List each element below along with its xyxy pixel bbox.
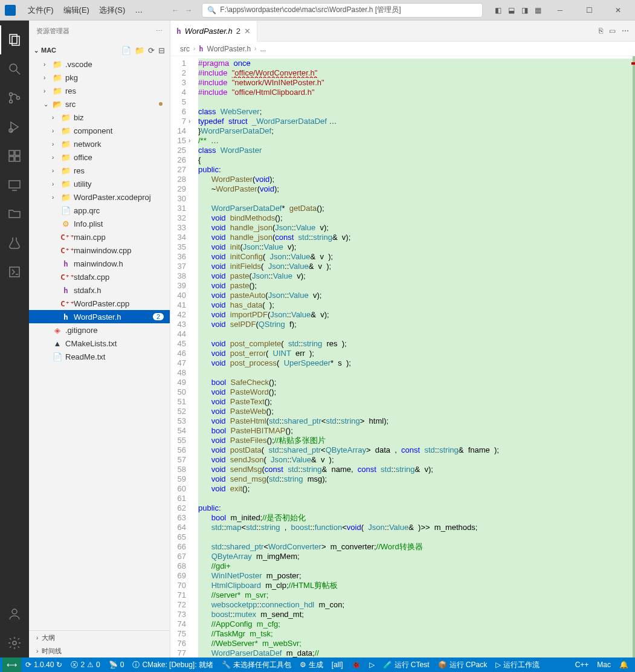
tree-file-stdafxh[interactable]: hstdafx.h: [29, 283, 170, 297]
close-tab-icon[interactable]: ✕: [244, 27, 251, 36]
activity-run[interactable]: [0, 112, 29, 141]
activity-settings[interactable]: [0, 628, 29, 657]
menu-file[interactable]: 文件(F): [23, 5, 59, 16]
layout-bottom-icon[interactable]: ⬓: [506, 6, 517, 15]
info-icon: ⓘ: [132, 660, 140, 670]
svg-rect-11: [15, 150, 20, 155]
minimap[interactable]: [630, 56, 635, 657]
sync-icon: ⟳: [25, 661, 31, 669]
breadcrumb[interactable]: src› h WordPaster.h› ...: [170, 42, 635, 56]
menu-select[interactable]: 选择(S): [94, 5, 130, 16]
warning-icon: ⚠: [87, 661, 94, 669]
tree-file-appqrc[interactable]: 📄app.qrc: [29, 204, 170, 217]
split-icon[interactable]: ▭: [609, 27, 616, 35]
tree-folder-biz[interactable]: ›📁biz: [29, 111, 170, 124]
tree-folder-office[interactable]: ›📁office: [29, 150, 170, 164]
status-target[interactable]: [all]: [327, 657, 347, 672]
command-center[interactable]: 🔍 F:\apps\wordpaster\code\mac\src\WordPa…: [202, 3, 483, 18]
tree-folder-network[interactable]: ›📁network: [29, 137, 170, 150]
activity-search[interactable]: [0, 54, 29, 83]
status-debug[interactable]: 🐞: [347, 657, 365, 672]
activity-scm[interactable]: [0, 83, 29, 112]
status-version[interactable]: ⟳1.0.40↻: [21, 657, 66, 672]
tree-file-wordpasterh[interactable]: hWordPaster.h2: [29, 310, 170, 323]
activity-extensions[interactable]: [0, 141, 29, 170]
tab-wordpasterh[interactable]: h WordPaster.h 2 ✕: [170, 21, 257, 42]
menu-more[interactable]: …: [130, 5, 147, 15]
tree-file-maincpp[interactable]: C⁺⁺main.cpp: [29, 230, 170, 244]
refresh-icon[interactable]: ⟳: [148, 46, 155, 55]
layout-grid-icon[interactable]: ▦: [532, 6, 543, 15]
tree-file-mainwindowh[interactable]: hmainwindow.h: [29, 257, 170, 270]
svg-rect-9: [9, 157, 14, 161]
refresh-icon: ↻: [56, 661, 62, 669]
tab-problem-count: 2: [236, 27, 240, 36]
status-notifications[interactable]: 🔔: [615, 657, 633, 672]
editor: h WordPaster.h 2 ✕ ⎘ ▭ ⋯ src› h WordPast…: [170, 21, 635, 657]
status-run[interactable]: ▷: [365, 657, 379, 672]
new-folder-icon[interactable]: 📁: [135, 46, 144, 55]
tree-folder-src[interactable]: ⌄📂src: [29, 97, 170, 111]
outline-section[interactable]: ›大纲: [29, 631, 170, 644]
new-file-icon[interactable]: 📄: [121, 46, 131, 55]
activity-testing[interactable]: [0, 228, 29, 257]
tree-folder-res[interactable]: ›📁res: [29, 84, 170, 97]
sidebar: 资源管理器 ⋯ ⌄ MAC 📄 📁 ⟳ ⊟ ›📁.vscode ›📁pkg ›📁…: [29, 21, 170, 657]
status-workflow[interactable]: ▷运行工作流: [491, 657, 544, 672]
h-file-icon: h: [176, 27, 181, 36]
status-ctest[interactable]: 🧪运行 CTest: [379, 657, 434, 672]
activity-cmake[interactable]: [0, 257, 29, 286]
collapse-icon[interactable]: ⊟: [158, 46, 165, 55]
activity-remote[interactable]: [0, 170, 29, 199]
activity-account[interactable]: [0, 599, 29, 628]
status-cpack[interactable]: 📦运行 CPack: [434, 657, 492, 672]
minimize-button[interactable]: ─: [548, 1, 572, 19]
tree-file-mainwindowcpp[interactable]: C⁺⁺mainwindow.cpp: [29, 244, 170, 257]
status-build[interactable]: ⚙生成: [295, 657, 327, 672]
sidebar-header: 资源管理器 ⋯: [29, 21, 170, 42]
close-button[interactable]: ✕: [606, 1, 630, 19]
bug-icon: 🐞: [352, 661, 361, 669]
tree-folder-vscode[interactable]: ›📁.vscode: [29, 57, 170, 71]
activity-folder[interactable]: [0, 199, 29, 228]
menu-edit[interactable]: 编辑(E): [59, 5, 94, 16]
activity-explorer[interactable]: [0, 25, 29, 54]
status-cmake[interactable]: ⓘCMake: [Debug]: 就绪: [128, 657, 217, 672]
status-kit[interactable]: 🔧未选择任何工具包: [218, 657, 295, 672]
nav-forward[interactable]: →: [185, 6, 192, 15]
code-editor[interactable]: 1234567141525262728293031323334353637383…: [170, 56, 635, 657]
tree-file-infoplist[interactable]: ⚙Info.plist: [29, 217, 170, 230]
tree-file-cmakelists[interactable]: ▲CMakeLists.txt: [29, 337, 170, 350]
layout-right-icon[interactable]: ◨: [519, 6, 530, 15]
play-icon: ▷: [495, 661, 501, 669]
maximize-button[interactable]: ☐: [577, 1, 601, 19]
tree-folder-xcodeproj[interactable]: ›📁WordPaster.xcodeproj: [29, 190, 170, 204]
tree-file-stdafxcpp[interactable]: C⁺⁺stdafx.cpp: [29, 270, 170, 283]
file-tree: ⌄ MAC 📄 📁 ⟳ ⊟ ›📁.vscode ›📁pkg ›📁res ⌄📂sr…: [29, 42, 170, 630]
tree-file-wordpastercpp[interactable]: C⁺⁺WordPaster.cpp: [29, 297, 170, 310]
tree-root-mac[interactable]: ⌄ MAC 📄 📁 ⟳ ⊟: [29, 43, 170, 57]
layout-left-icon[interactable]: ◧: [492, 6, 503, 15]
code-content[interactable]: #pragma once#include "office/WordConvert…: [198, 56, 635, 657]
svg-point-15: [12, 609, 17, 614]
tree-folder-utility[interactable]: ›📁utility: [29, 177, 170, 190]
tree-file-readme[interactable]: 📄ReadMe.txt: [29, 350, 170, 363]
status-ports[interactable]: 📡0: [105, 657, 129, 672]
tree-folder-component[interactable]: ›📁component: [29, 124, 170, 137]
tree-file-gitignore[interactable]: ◈.gitignore: [29, 323, 170, 337]
status-problems[interactable]: ⓧ2⚠0: [66, 657, 104, 672]
status-os[interactable]: Mac: [593, 657, 615, 672]
svg-rect-12: [9, 181, 20, 188]
more-actions-icon[interactable]: ⋯: [622, 27, 629, 35]
tree-folder-pkg[interactable]: ›📁pkg: [29, 71, 170, 84]
timeline-section[interactable]: ›时间线: [29, 644, 170, 657]
status-lang[interactable]: C++: [571, 657, 593, 672]
nav-back[interactable]: ←: [172, 6, 179, 15]
svg-rect-10: [15, 157, 20, 161]
tree-folder-res2[interactable]: ›📁res: [29, 164, 170, 177]
status-remote[interactable]: ⟷: [2, 657, 21, 672]
svg-point-2: [10, 64, 17, 71]
compare-icon[interactable]: ⎘: [599, 27, 603, 35]
sidebar-more-icon[interactable]: ⋯: [156, 27, 163, 35]
status-bar: ⟷ ⟳1.0.40↻ ⓧ2⚠0 📡0 ⓘCMake: [Debug]: 就绪 🔧…: [0, 657, 635, 672]
